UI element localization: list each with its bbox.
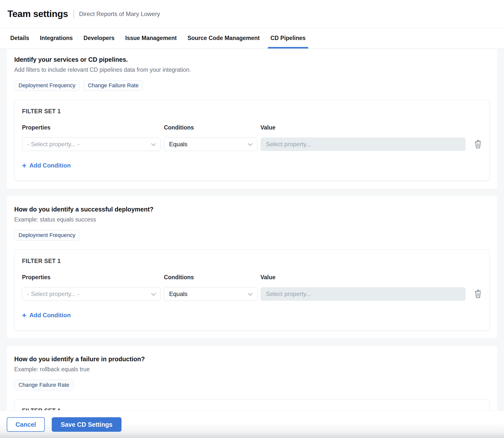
conditions-select[interactable]: Equals [164, 138, 257, 151]
badge-deployment-frequency: Deployment Frequency [14, 80, 80, 91]
add-condition-button[interactable]: + Add Condition [22, 162, 71, 169]
plus-icon: + [22, 312, 26, 318]
section-successful-deployment: How do you identify a successful deploym… [7, 196, 497, 338]
footer-action-bar: Cancel Save CD Settings [0, 410, 504, 438]
add-condition-button[interactable]: + Add Condition [22, 312, 71, 319]
conditions-select[interactable]: Equals [164, 287, 257, 301]
value-label: Value [260, 274, 466, 281]
title-divider [74, 10, 74, 18]
section-heading: Identify your services or CD pipelines. [14, 56, 490, 63]
properties-select[interactable]: - Select property... - [22, 138, 161, 151]
properties-select-placeholder: - Select property... - [27, 290, 80, 298]
tab-bar: Details Integrations Developers Issue Ma… [0, 28, 504, 48]
properties-label: Properties [22, 274, 161, 281]
delete-condition-button[interactable] [474, 140, 482, 149]
delete-condition-button[interactable] [474, 290, 482, 298]
filter-condition-row: Properties - Select property... - Condit… [22, 274, 482, 301]
add-condition-label: Add Condition [30, 312, 71, 319]
conditions-label: Conditions [164, 124, 257, 131]
chevron-down-icon [248, 290, 253, 298]
tab-developers[interactable]: Developers [81, 28, 117, 48]
page-header: Team settings Direct Reports of Mary Low… [0, 0, 504, 28]
chevron-down-icon [151, 290, 156, 298]
value-label: Value [260, 124, 466, 131]
page-title: Team settings [8, 9, 68, 19]
tab-issue-management[interactable]: Issue Management [122, 28, 180, 48]
section-subtitle: Add filters to include relevant CD pipel… [14, 66, 490, 73]
conditions-label: Conditions [164, 274, 257, 281]
section-subtitle: Example: status equals success [14, 216, 490, 223]
trash-icon [474, 296, 482, 299]
badge-row: Change Failure Rate [14, 380, 490, 390]
tab-cd-pipelines[interactable]: CD Pipelines [268, 28, 308, 48]
filter-set-card: FILTER SET 1 Properties - Select propert… [14, 250, 490, 330]
add-condition-label: Add Condition [30, 162, 71, 169]
badge-change-failure-rate: Change Failure Rate [84, 80, 143, 91]
section-heading: How do you identify a successful deploym… [14, 206, 490, 213]
badge-row: Deployment Frequency [14, 230, 490, 240]
main-content: Identify your services or CD pipelines. … [0, 48, 504, 438]
page-subtitle: Direct Reports of Mary Lowery [79, 10, 160, 18]
section-identify-pipelines: Identify your services or CD pipelines. … [7, 49, 497, 189]
properties-label: Properties [22, 124, 161, 131]
tab-source-code-management[interactable]: Source Code Management [185, 28, 262, 48]
plus-icon: + [22, 162, 26, 168]
conditions-select-value: Equals [169, 290, 187, 298]
filter-set-card: FILTER SET 1 Properties - Select propert… [14, 100, 490, 181]
badge-change-failure-rate: Change Failure Rate [14, 380, 74, 390]
filter-set-title: FILTER SET 1 [22, 108, 482, 115]
properties-select-placeholder: - Select property... - [27, 141, 80, 148]
conditions-select-value: Equals [169, 141, 187, 148]
tab-integrations[interactable]: Integrations [37, 28, 76, 48]
trash-icon [474, 146, 482, 150]
filter-set-title: FILTER SET 1 [22, 258, 482, 264]
properties-select[interactable]: - Select property... - [22, 287, 161, 301]
value-input[interactable] [260, 287, 466, 301]
chevron-down-icon [248, 141, 253, 148]
chevron-down-icon [151, 141, 156, 148]
value-input[interactable] [260, 138, 466, 151]
filter-condition-row: Properties - Select property... - Condit… [22, 124, 482, 151]
badge-row: Deployment Frequency Change Failure Rate [14, 80, 490, 91]
badge-deployment-frequency: Deployment Frequency [14, 230, 80, 240]
save-cd-settings-button[interactable]: Save CD Settings [52, 417, 122, 432]
tab-details[interactable]: Details [8, 28, 32, 48]
cancel-button[interactable]: Cancel [7, 417, 45, 432]
section-subtitle: Example: rollback equals true [14, 366, 490, 373]
section-heading: How do you identify a failure in product… [14, 356, 490, 363]
